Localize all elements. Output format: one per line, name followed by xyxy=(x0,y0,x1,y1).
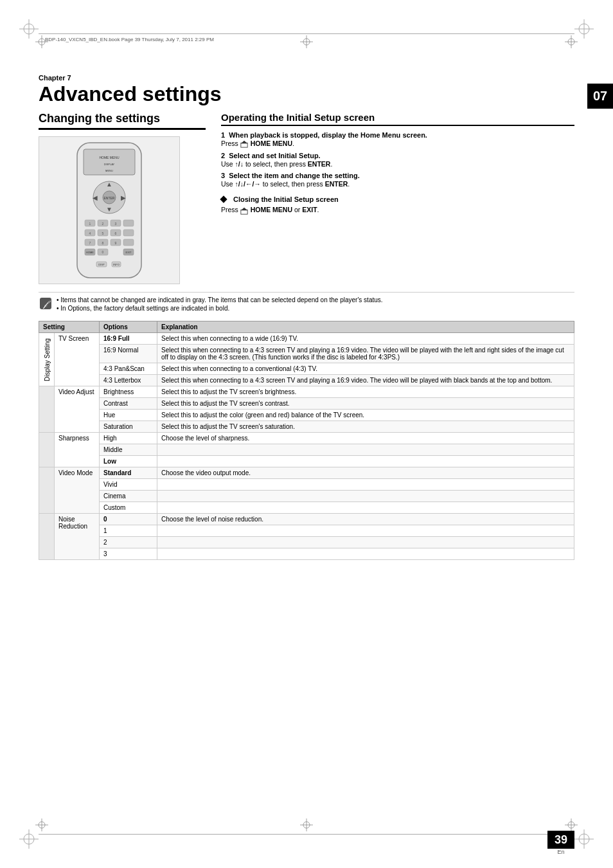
step-3: 3 Select the item and change the setting… xyxy=(221,172,574,188)
option-169normal: 16:9 Normal xyxy=(100,345,157,363)
table-row: Low xyxy=(39,456,574,467)
explanation-43panscan: Select this when connecting to a convent… xyxy=(157,363,574,375)
table-row: 16:9 Normal Select this when connecting … xyxy=(39,345,574,363)
table-row: Saturation Select this to adjust the TV … xyxy=(39,421,574,433)
svg-text:▼: ▼ xyxy=(106,206,112,213)
left-column: Changing the settings HOME MENU DISPLAY … xyxy=(39,112,206,284)
note-item-2: In Options, the factory default settings… xyxy=(57,305,383,312)
page-lang: En xyxy=(547,849,574,855)
svg-rect-76 xyxy=(241,210,247,214)
note-item-1: Items that cannot be changed are indicat… xyxy=(57,296,383,303)
video-mode-label: Video Mode xyxy=(55,467,100,514)
table-row: Display Setting TV Screen 16:9 Full Sele… xyxy=(39,333,574,345)
empty-group-cell-4 xyxy=(39,514,55,560)
option-brightness: Brightness xyxy=(100,386,157,398)
noise-reduction-label: Noise Reduction xyxy=(55,514,100,560)
svg-text:2: 2 xyxy=(102,222,104,226)
two-col-layout: Changing the settings HOME MENU DISPLAY … xyxy=(39,112,574,284)
svg-text:5: 5 xyxy=(102,231,104,235)
option-43letterbox: 4:3 Letterbox xyxy=(100,375,157,386)
svg-text:8: 8 xyxy=(102,241,104,245)
page-number-area: 39 En xyxy=(547,831,574,855)
sharpness-label: Sharpness xyxy=(55,433,100,467)
file-info-text: BDP-140_VXCN5_IBD_EN.book Page 39 Thursd… xyxy=(45,37,214,42)
explanation-169full: Select this when connecting to a wide (1… xyxy=(157,333,574,345)
explanation-169normal: Select this when connecting to a 4:3 scr… xyxy=(157,345,574,363)
closing-detail: Press HOME MENU or EXIT. xyxy=(221,206,574,214)
page-number-box: 39 xyxy=(547,831,574,849)
right-column: Operating the Initial Setup screen 1 Whe… xyxy=(221,112,574,284)
table-row: 4:3 Letterbox Select this when connectin… xyxy=(39,375,574,386)
tv-screen-label: TV Screen xyxy=(55,333,100,386)
explanation-videomode: Choose the video output mode. xyxy=(157,467,574,479)
svg-text:4: 4 xyxy=(89,231,91,235)
table-row: Contrast Select this to adjust the TV sc… xyxy=(39,398,574,410)
table-row: Hue Select this to adjust the color (gre… xyxy=(39,410,574,421)
explanation-brightness: Select this to adjust the TV screen's br… xyxy=(157,386,574,398)
option-high: High xyxy=(100,433,157,444)
option-saturation: Saturation xyxy=(100,421,157,433)
option-middle: Middle xyxy=(100,444,157,456)
svg-rect-74 xyxy=(241,143,247,148)
diamond-icon xyxy=(220,196,227,203)
table-row: 4:3 Pan&Scan Select this when connecting… xyxy=(39,363,574,375)
remote-svg: HOME MENU DISPLAY MENU ▲ ▼ ◀ ▶ ENTER xyxy=(45,140,173,281)
table-row: 3 xyxy=(39,548,574,560)
svg-text:HOME MENU: HOME MENU xyxy=(99,156,120,159)
option-vivid: Vivid xyxy=(100,479,157,491)
explanation-sharpness-2 xyxy=(157,444,574,456)
svg-text:0: 0 xyxy=(102,250,104,254)
option-nr-0: 0 xyxy=(100,514,157,525)
explanation-vivid xyxy=(157,479,574,491)
option-nr-1: 1 xyxy=(100,525,157,537)
table-row: 1 xyxy=(39,525,574,537)
svg-text:◀: ◀ xyxy=(93,194,98,201)
explanation-nr-2 xyxy=(157,537,574,548)
svg-text:1: 1 xyxy=(89,222,91,226)
svg-marker-77 xyxy=(241,207,247,210)
step-1-detail: Press HOME MENU. xyxy=(221,140,574,148)
svg-text:DISPLAY: DISPLAY xyxy=(104,163,115,166)
option-nr-3: 3 xyxy=(100,548,157,560)
settings-table: Setting Options Explanation Display Sett… xyxy=(39,321,574,560)
note-content: Items that cannot be changed are indicat… xyxy=(57,296,383,313)
option-nr-2: 2 xyxy=(100,537,157,548)
explanation-43letterbox: Select this when connecting to a 4:3 scr… xyxy=(157,375,574,386)
svg-text:7: 7 xyxy=(89,241,91,245)
svg-text:MENU: MENU xyxy=(105,169,113,172)
option-169full: 16:9 Full xyxy=(100,333,157,345)
svg-text:EXIT: EXIT xyxy=(126,251,132,254)
step-2-detail: Use ↑/↓ to select, then press ENTER. xyxy=(221,160,574,168)
svg-text:9: 9 xyxy=(115,241,117,245)
step-2: 2 Select and set Initial Setup. Use ↑/↓ … xyxy=(221,152,574,168)
table-row: Video Adjust Brightness Select this to a… xyxy=(39,386,574,398)
empty-group-cell-3 xyxy=(39,467,55,514)
home-menu-icon-2 xyxy=(240,207,248,215)
chapter-label: Chapter 7 xyxy=(39,74,574,82)
col-header-options: Options xyxy=(100,321,157,333)
explanation-nr: Choose the level of noise reduction. xyxy=(157,514,574,525)
svg-marker-75 xyxy=(241,141,247,143)
explanation-contrast: Select this to adjust the TV screen's co… xyxy=(157,398,574,410)
step-3-detail: Use ↑/↓/←/→ to select, then press ENTER. xyxy=(221,180,574,188)
option-hue: Hue xyxy=(100,410,157,421)
chapter-title: Advanced settings xyxy=(39,83,574,105)
svg-text:DISP: DISP xyxy=(98,263,105,266)
empty-group-cell xyxy=(39,386,55,433)
option-standard: Standard xyxy=(100,467,157,479)
svg-text:▲: ▲ xyxy=(106,181,112,188)
table-row: Video Mode Standard Choose the video out… xyxy=(39,467,574,479)
operating-heading: Operating the Initial Setup screen xyxy=(221,112,574,126)
video-adjust-label: Video Adjust xyxy=(55,386,100,433)
option-low: Low xyxy=(100,456,157,467)
note-icon: 𝒻 xyxy=(39,296,53,313)
svg-text:▶: ▶ xyxy=(121,194,126,201)
explanation-nr-1 xyxy=(157,525,574,537)
explanation-sharpness-3 xyxy=(157,456,574,467)
svg-text:HOME: HOME xyxy=(86,251,94,254)
step-1: 1 When playback is stopped, display the … xyxy=(221,131,574,148)
home-menu-icon xyxy=(240,140,248,148)
explanation-cinema xyxy=(157,491,574,502)
explanation-hue: Select this to adjust the color (green a… xyxy=(157,410,574,421)
table-row: Sharpness High Choose the level of sharp… xyxy=(39,433,574,444)
